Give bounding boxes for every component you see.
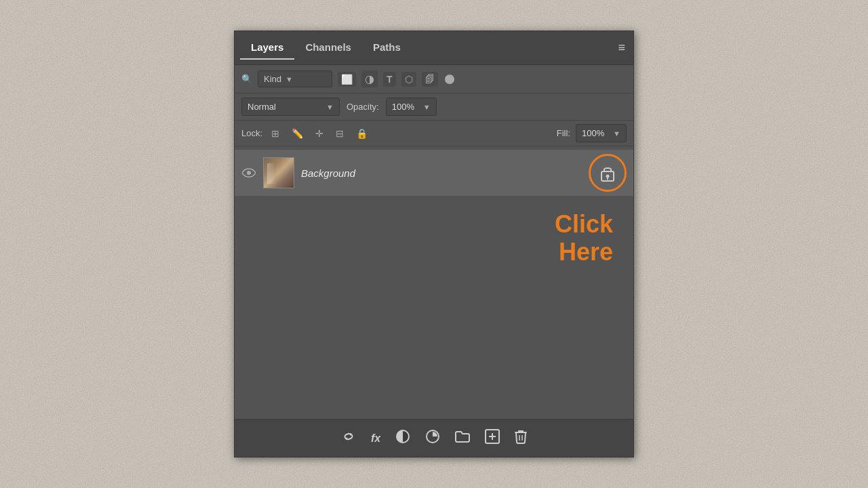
lock-image-icon[interactable]: ✏️ [288, 126, 307, 141]
image-filter-icon[interactable]: ⬜ [338, 72, 356, 87]
panel-menu-icon[interactable]: ≡ [618, 41, 625, 55]
blend-mode-dropdown[interactable]: Normal ▼ [241, 98, 340, 116]
svg-point-0 [247, 171, 251, 175]
layer-lock-badge[interactable] [589, 154, 627, 192]
filter-row: 🔍 Kind ▼ ⬜ ◑ T ⬡ 🗐 [235, 65, 633, 94]
dot-filter-icon[interactable] [445, 75, 454, 84]
shape-filter-icon[interactable]: ⬡ [401, 72, 416, 87]
layer-background[interactable]: Background [235, 150, 633, 196]
fill-value: 100% [582, 128, 604, 138]
delete-icon[interactable] [512, 426, 530, 450]
click-here-annotation: Click Here [235, 197, 633, 273]
blend-mode-value: Normal [248, 102, 276, 112]
tab-channels[interactable]: Channels [294, 36, 362, 60]
opacity-dropdown[interactable]: 100% ▼ [386, 98, 437, 116]
opacity-label: Opacity: [347, 102, 379, 112]
fill-dropdown[interactable]: 100% ▼ [576, 124, 627, 142]
folder-icon[interactable] [452, 428, 473, 449]
adjustment-filter-icon[interactable]: ◑ [361, 70, 378, 87]
lock-row: Lock: ⊞ ✏️ ✛ ⊟ 🔒 Fill: 100% ▼ [235, 121, 633, 146]
kind-dropdown[interactable]: Kind ▼ [258, 70, 332, 87]
layer-thumbnail [263, 157, 294, 188]
kind-label: Kind [264, 74, 281, 84]
kind-chevron: ▼ [285, 75, 293, 83]
smartobject-filter-icon[interactable]: 🗐 [422, 72, 438, 87]
blend-row: Normal ▼ Opacity: 100% ▼ [235, 94, 633, 121]
tab-paths[interactable]: Paths [362, 36, 412, 60]
lock-transparency-icon[interactable]: ⊞ [268, 126, 283, 141]
lock-label: Lock: [241, 128, 262, 138]
mask-icon[interactable] [393, 426, 413, 450]
opacity-value: 100% [392, 102, 414, 112]
fx-icon[interactable]: fx [368, 430, 383, 447]
layers-panel: Layers Channels Paths ≡ 🔍 Kind ▼ ⬜ ◑ T ⬡… [234, 30, 634, 458]
tab-bar: Layers Channels Paths ≡ [235, 31, 633, 65]
lock-artboard-icon[interactable]: ⊟ [332, 126, 347, 141]
layer-visibility-icon[interactable] [241, 165, 256, 180]
adjustment-icon[interactable] [422, 426, 443, 450]
svg-point-2 [606, 175, 610, 178]
opacity-chevron: ▼ [423, 103, 431, 111]
new-layer-icon[interactable] [482, 426, 502, 450]
blend-chevron: ▼ [326, 103, 334, 111]
lock-all-icon[interactable]: 🔒 [353, 126, 371, 141]
click-here-line1: Click [555, 210, 613, 238]
text-filter-icon[interactable]: T [383, 72, 396, 87]
layer-name: Background [301, 167, 582, 179]
bottom-toolbar: fx [235, 419, 633, 457]
lock-icon [600, 164, 615, 182]
link-icon[interactable] [338, 426, 359, 450]
layers-list: Background Click Here [235, 146, 633, 419]
click-here-line2: Here [559, 238, 613, 266]
fill-label: Fill: [557, 128, 570, 138]
search-icon: 🔍 [241, 74, 252, 84]
fill-chevron: ▼ [613, 129, 620, 138]
lock-position-icon[interactable]: ✛ [312, 126, 327, 141]
tab-layers[interactable]: Layers [240, 36, 294, 60]
